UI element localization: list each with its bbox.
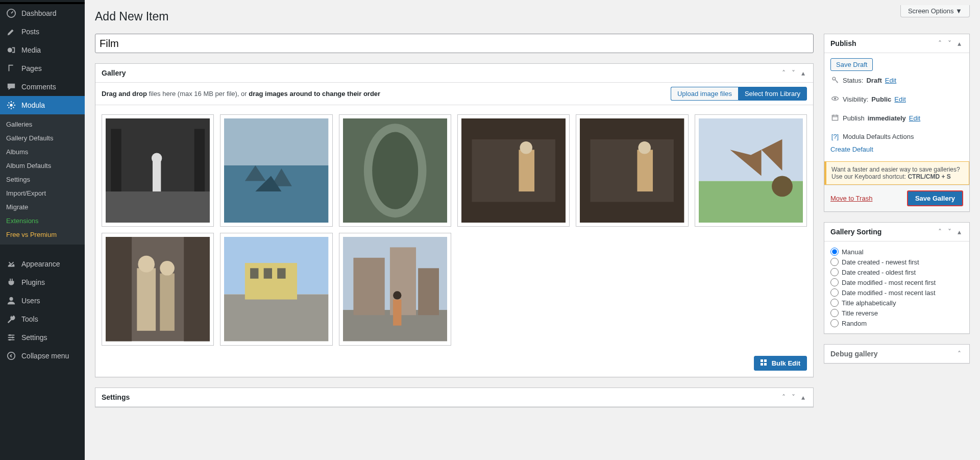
move-down-button[interactable]: ˅ <box>790 67 797 79</box>
panel-toggle-button[interactable]: ▴ <box>955 226 963 238</box>
post-title-input[interactable] <box>95 34 814 53</box>
sidebar-label: Appearance <box>21 260 60 268</box>
sort-option-modified-recent-first[interactable]: Date modified - most recent first <box>830 277 963 287</box>
shortcut-tip: Want a faster and easier way to save gal… <box>824 161 969 185</box>
create-default-link[interactable]: Create Default <box>830 146 873 153</box>
publish-heading: Publish <box>830 34 856 53</box>
sidebar-sub-free-vs-premium[interactable]: Free vs Premium <box>0 228 85 241</box>
move-up-button[interactable]: ˄ <box>936 226 944 238</box>
sidebar-item-pages[interactable]: Pages <box>0 59 85 78</box>
panel-toggle-button[interactable]: ▴ <box>799 391 807 403</box>
sort-option-title-reverse[interactable]: Title reverse <box>830 308 963 318</box>
svg-rect-64 <box>418 269 439 316</box>
sidebar-item-collapse[interactable]: Collapse menu <box>0 347 85 365</box>
sidebar-item-media[interactable]: Media <box>0 41 85 59</box>
sort-option-random[interactable]: Random <box>830 318 963 328</box>
move-down-button[interactable]: ˅ <box>946 226 953 238</box>
svg-point-4 <box>10 104 12 106</box>
save-draft-button[interactable]: Save Draft <box>830 58 873 71</box>
sort-option-created-oldest[interactable]: Date created - oldest first <box>830 267 963 277</box>
sort-option-created-newest[interactable]: Date created - newest first <box>830 257 963 267</box>
gallery-thumb[interactable] <box>220 233 332 345</box>
sidebar-item-posts[interactable]: Posts <box>0 22 85 41</box>
gallery-thumb[interactable] <box>457 114 570 227</box>
schedule-edit-link[interactable]: Edit <box>909 114 920 122</box>
sidebar-sub-import-export[interactable]: Import/Export <box>0 186 85 200</box>
move-up-button[interactable]: ˄ <box>936 37 944 50</box>
panel-toggle-button[interactable]: ▴ <box>955 37 963 50</box>
svg-line-11 <box>9 107 10 108</box>
sidebar-item-settings[interactable]: Settings <box>0 328 85 347</box>
move-down-button[interactable]: ˅ <box>790 391 797 403</box>
status-edit-link[interactable]: Edit <box>885 77 896 84</box>
move-to-trash-link[interactable]: Move to Trash <box>830 195 872 202</box>
svg-rect-70 <box>764 363 767 366</box>
sidebar-item-comments[interactable]: Comments <box>0 78 85 96</box>
upload-image-files-button[interactable]: Upload image files <box>671 87 738 101</box>
sidebar-label: Pages <box>21 64 42 72</box>
sidebar-item-modula[interactable]: Modula <box>0 96 85 114</box>
svg-line-9 <box>9 103 10 104</box>
gallery-thumb[interactable] <box>102 114 214 227</box>
gallery-heading: Gallery <box>102 64 126 82</box>
move-up-button[interactable]: ˄ <box>955 348 963 360</box>
sidebar-label: Collapse menu <box>21 352 69 360</box>
svg-rect-69 <box>761 363 763 366</box>
gallery-thumb[interactable] <box>576 114 688 227</box>
sidebar-label: Dashboard <box>21 9 57 17</box>
sidebar-item-tools[interactable]: Tools <box>0 310 85 328</box>
sidebar-sub-albums[interactable]: Albums <box>0 145 85 159</box>
svg-rect-48 <box>106 237 132 341</box>
sidebar-item-appearance[interactable]: Appearance <box>0 255 85 273</box>
save-gallery-button[interactable]: Save Gallery <box>907 190 963 206</box>
sidebar-sub-extensions[interactable]: Extensions <box>0 214 85 228</box>
sidebar-sub-settings[interactable]: Settings <box>0 173 85 186</box>
settings-panel: Settings ˄ ˅ ▴ <box>95 388 814 407</box>
svg-rect-26 <box>194 129 205 191</box>
sidebar-sub-migrate[interactable]: Migrate <box>0 200 85 214</box>
defaults-actions-row: [?] Modula Defaults Actions <box>824 128 969 146</box>
move-up-button[interactable]: ˄ <box>780 67 788 79</box>
sidebar-label: Users <box>21 297 40 305</box>
select-from-library-button[interactable]: Select from Library <box>738 87 807 101</box>
sidebar-item-plugins[interactable]: Plugins <box>0 273 85 292</box>
sidebar-label: Plugins <box>21 278 45 286</box>
sort-option-manual[interactable]: Manual <box>830 247 963 257</box>
sidebar-sub-gallery-defaults[interactable]: Gallery Defaults <box>0 131 85 145</box>
gallery-thumb[interactable] <box>695 114 807 227</box>
screen-options-toggle[interactable]: Screen Options ▼ <box>900 5 970 17</box>
visibility-edit-link[interactable]: Edit <box>894 95 905 103</box>
sort-option-modified-recent-last[interactable]: Date modified - most recent last <box>830 287 963 298</box>
bulk-edit-button[interactable]: Bulk Edit <box>754 356 807 371</box>
sorting-heading: Gallery Sorting <box>830 223 881 241</box>
svg-point-13 <box>9 297 13 301</box>
panel-toggle-button[interactable]: ▴ <box>799 67 807 79</box>
gallery-thumb[interactable] <box>339 114 451 227</box>
sidebar-sub-album-defaults[interactable]: Album Defaults <box>0 159 85 173</box>
key-icon <box>830 76 840 85</box>
modula-icon <box>6 100 16 110</box>
gallery-thumb[interactable] <box>220 114 332 227</box>
svg-point-42 <box>639 141 651 154</box>
sidebar-submenu-modula: Galleries Gallery Defaults Albums Album … <box>0 114 85 245</box>
gallery-thumb[interactable] <box>339 233 451 345</box>
eye-icon <box>830 95 840 104</box>
sort-option-title-alpha[interactable]: Title alphabetically <box>830 298 963 308</box>
svg-rect-37 <box>519 150 534 191</box>
dashboard-icon <box>6 8 16 18</box>
status-row: Status: Draft Edit <box>824 71 969 90</box>
sidebar-item-users[interactable]: Users <box>0 292 85 310</box>
gallery-thumb[interactable] <box>102 233 214 345</box>
svg-point-20 <box>8 352 15 359</box>
svg-rect-36 <box>472 139 555 202</box>
svg-rect-57 <box>250 269 258 279</box>
sidebar-item-dashboard[interactable]: Dashboard <box>0 4 85 22</box>
svg-point-66 <box>393 292 401 300</box>
sidebar-sub-galleries[interactable]: Galleries <box>0 117 85 131</box>
move-down-button[interactable]: ˅ <box>946 37 953 50</box>
svg-rect-55 <box>224 295 328 342</box>
svg-rect-65 <box>393 300 401 326</box>
move-up-button[interactable]: ˄ <box>780 391 788 403</box>
debug-heading: Debug gallery <box>830 345 878 363</box>
svg-point-17 <box>9 334 11 336</box>
